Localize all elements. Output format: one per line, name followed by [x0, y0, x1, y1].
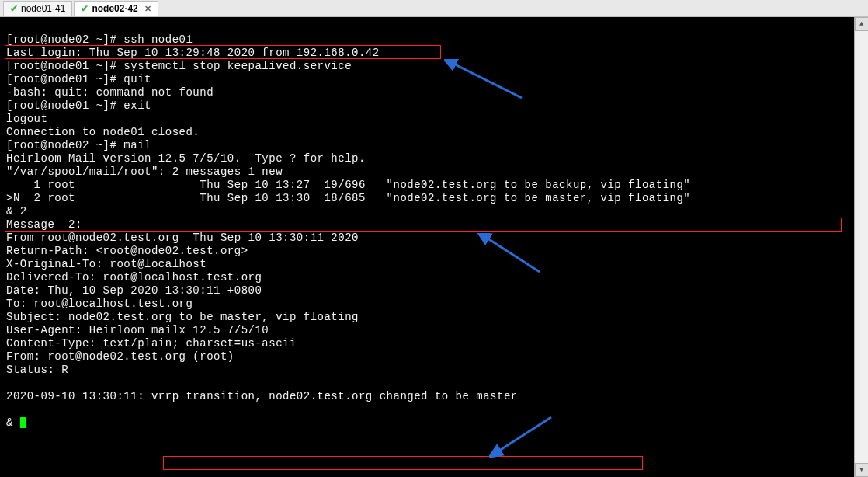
cursor — [20, 417, 26, 428]
highlight-box-command — [5, 45, 441, 59]
svg-line-1 — [485, 237, 540, 272]
term-line: >N 2 root Thu Sep 10 13:30 18/685 "node0… — [6, 192, 690, 204]
check-icon: ✔ — [10, 3, 18, 14]
term-line: [root@node01 ~]# quit — [6, 73, 151, 85]
term-line: [root@node02 ~]# ssh node01 — [6, 33, 193, 46]
term-line: [root@node02 ~]# mail — [6, 139, 151, 151]
tab-node01[interactable]: ✔ node01-41 — [3, 1, 72, 16]
scroll-down-icon[interactable]: ▼ — [855, 463, 868, 477]
term-line: X-Original-To: root@localhost — [6, 258, 207, 270]
terminal[interactable]: [root@node02 ~]# ssh node01 Last login: … — [0, 17, 868, 477]
check-icon: ✔ — [81, 3, 89, 14]
term-line: To: root@localhost.test.org — [6, 298, 193, 310]
arrow-icon — [477, 233, 547, 280]
svg-line-0 — [452, 63, 522, 98]
term-line: Date: Thu, 10 Sep 2020 13:30:11 +0800 — [6, 284, 262, 297]
term-line: From root@node02.test.org Thu Sep 10 13:… — [6, 232, 359, 244]
term-line: -bash: quit: command not found — [6, 86, 214, 99]
term-line: Delivered-To: root@localhost.test.org — [6, 271, 262, 284]
arrow-icon — [444, 59, 529, 106]
highlight-box-log — [163, 456, 643, 470]
highlight-box-mail — [5, 218, 842, 232]
term-line: [root@node01 ~]# exit — [6, 99, 151, 112]
term-line: Return-Path: <root@node02.test.org> — [6, 245, 248, 257]
scrollbar[interactable]: ▲ ▼ — [854, 17, 868, 477]
term-line: From: root@node02.test.org (root) — [6, 350, 234, 363]
term-line: "/var/spool/mail/root": 2 messages 1 new — [6, 165, 283, 178]
arrow-icon — [489, 413, 559, 460]
scroll-up-icon[interactable]: ▲ — [855, 17, 868, 31]
term-line: 1 root Thu Sep 10 13:27 19/696 "node02.t… — [6, 179, 690, 191]
close-icon[interactable]: ✕ — [144, 4, 151, 14]
term-prompt: & — [6, 416, 20, 429]
term-line: User-Agent: Heirloom mailx 12.5 7/5/10 — [6, 324, 269, 336]
tab-node02[interactable]: ✔ node02-42 ✕ — [74, 1, 158, 16]
tab-bar: ✔ node01-41 ✔ node02-42 ✕ — [0, 0, 868, 17]
tab-label: node02-42 — [92, 3, 137, 14]
term-line: Content-Type: text/plain; charset=us-asc… — [6, 337, 297, 350]
term-line: Connection to node01 closed. — [6, 126, 200, 138]
tab-label: node01-41 — [21, 3, 65, 14]
term-line: logout — [6, 113, 47, 125]
term-line: Subject: node02.test.org to be master, v… — [6, 311, 359, 323]
term-line: & 2 — [6, 205, 27, 218]
svg-line-2 — [497, 417, 551, 452]
term-line: Status: R — [6, 364, 68, 376]
term-line: 2020-09-10 13:30:11: vrrp transition, no… — [6, 390, 518, 402]
term-line: [root@node01 ~]# systemctl stop keepaliv… — [6, 60, 352, 72]
term-line: Heirloom Mail version 12.5 7/5/10. Type … — [6, 152, 366, 165]
